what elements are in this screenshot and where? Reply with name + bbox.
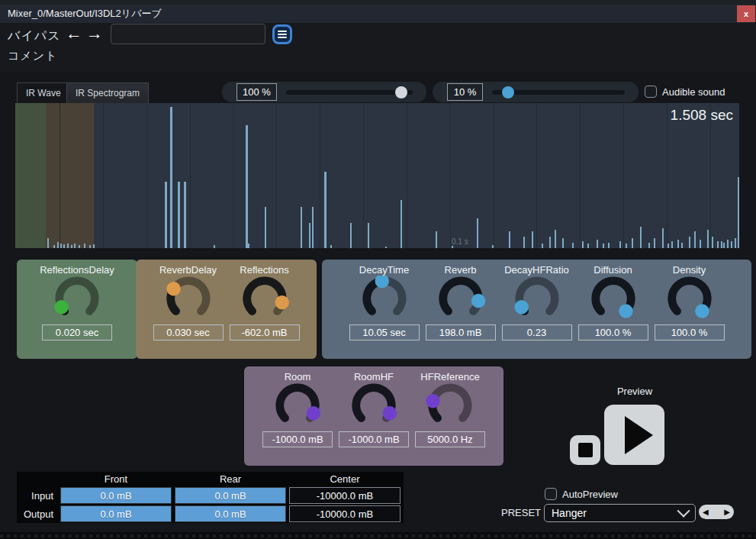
- waveform-spike: [587, 244, 589, 248]
- waveform-spike: [603, 244, 604, 248]
- io-level-cell[interactable]: 0.0 mB: [175, 487, 286, 504]
- audible-sound-option: Audible sound: [645, 86, 725, 98]
- knob-dial[interactable]: [344, 382, 404, 430]
- title-bar[interactable]: Mixer_0/MasterOut/I3DL2リバーブ: [0, 5, 756, 23]
- back-icon[interactable]: ←: [66, 24, 82, 44]
- zoom-slider-thumb[interactable]: [395, 86, 407, 98]
- prev-triangle-icon[interactable]: ◀: [703, 508, 709, 516]
- autopreview-checkbox[interactable]: [545, 488, 557, 500]
- waveform-spike: [350, 223, 352, 248]
- io-col-header: Front: [59, 472, 173, 486]
- audible-checkbox[interactable]: [645, 86, 657, 98]
- next-triangle-icon[interactable]: ▶: [724, 508, 730, 516]
- knob-value-box[interactable]: 198.0 mB: [426, 324, 496, 341]
- waveform-spike: [597, 240, 598, 248]
- knob-indicator-dot: [426, 394, 439, 408]
- knob-value-box[interactable]: 0.23: [502, 324, 572, 341]
- waveform-spike: [700, 240, 701, 248]
- knob-dial[interactable]: [431, 276, 491, 323]
- knob-indicator-dot: [275, 295, 288, 309]
- waveform-spike: [165, 182, 167, 248]
- waveform-spike: [248, 244, 249, 248]
- waveform-spike: [562, 238, 564, 248]
- waveform-spike: [619, 241, 621, 248]
- waveform-spike: [582, 241, 584, 248]
- gridline: [407, 103, 407, 248]
- knob-dial[interactable]: [47, 276, 107, 323]
- plugin-window: Mixer_0/MasterOut/I3DL2リバーブ x バイパス ← → コ…: [0, 0, 756, 539]
- ir-waveform-display[interactable]: 1.508 sec 0.1 s: [15, 103, 739, 248]
- knob-value-box[interactable]: 100.0 %: [655, 324, 725, 341]
- knob-diffusion: Diffusion100.0 %: [575, 264, 651, 359]
- room-panel: Room-1000.0 mBRoomHF-1000.0 mBHFReferenc…: [244, 366, 503, 466]
- waveform-spike: [385, 247, 387, 248]
- io-level-cell[interactable]: -10000.0 mB: [289, 505, 401, 522]
- speed-slider-track[interactable]: [492, 90, 625, 95]
- io-level-cell[interactable]: 0.0 mB: [60, 487, 172, 504]
- stop-button[interactable]: [570, 435, 600, 465]
- knob-dial[interactable]: [268, 382, 327, 430]
- knob-label: RoomHF: [354, 371, 394, 382]
- tab-ir-wave[interactable]: IR Wave: [17, 82, 70, 103]
- play-button[interactable]: [604, 405, 664, 465]
- waveform-spike: [677, 240, 679, 248]
- zoom-value-box[interactable]: 100 %: [236, 83, 277, 101]
- preview-label: Preview: [604, 386, 665, 397]
- knob-dial[interactable]: [660, 276, 719, 323]
- knob-value-box[interactable]: -1000.0 mB: [262, 431, 333, 447]
- menu-button[interactable]: [272, 24, 292, 44]
- knob-label: Reflections: [240, 264, 288, 276]
- gridline: [146, 103, 147, 248]
- waveform-spike: [626, 244, 627, 248]
- forward-icon[interactable]: →: [86, 24, 103, 44]
- knob-dial[interactable]: [507, 276, 567, 323]
- knob-dial[interactable]: [159, 276, 218, 323]
- waveform-spike: [53, 245, 55, 248]
- bypass-button[interactable]: バイパス: [8, 28, 61, 44]
- preset-label: PRESET: [501, 507, 541, 518]
- knob-dial[interactable]: [584, 276, 643, 323]
- background-window-clipped-text: [0, 534, 756, 537]
- close-button[interactable]: x: [737, 5, 755, 22]
- waveform-spike: [721, 241, 722, 248]
- gridline: [536, 103, 537, 248]
- knob-dial[interactable]: [420, 382, 480, 430]
- waveform-spike: [93, 244, 95, 248]
- gridline: [667, 103, 668, 248]
- knob-label: DecayHFRatio: [504, 264, 569, 276]
- speed-slider-thumb[interactable]: [502, 86, 514, 98]
- knob-reverbdelay: ReverbDelay0.030 sec: [150, 264, 227, 359]
- knob-label: ReflectionsDelay: [40, 264, 114, 276]
- knob-dial[interactable]: [355, 276, 414, 323]
- waveform-spike: [436, 231, 437, 248]
- io-level-cell[interactable]: 0.0 mB: [60, 505, 172, 522]
- comment-label[interactable]: コメント: [8, 49, 57, 63]
- gridline: [60, 103, 60, 248]
- zoom-slider-track[interactable]: [286, 90, 413, 95]
- knob-value-box[interactable]: 0.030 sec: [153, 324, 224, 341]
- knob-value-box[interactable]: 5000.0 Hz: [415, 431, 485, 447]
- knob-value-box[interactable]: -1000.0 mB: [339, 431, 409, 447]
- waveform-spike: [723, 243, 725, 248]
- knob-value-box[interactable]: 0.020 sec: [42, 324, 112, 341]
- knob-dial[interactable]: [235, 276, 294, 323]
- knob-decaytime: DecayTime10.05 sec: [346, 264, 423, 359]
- tab-ir-spectrogram[interactable]: IR Spectrogram: [66, 82, 149, 103]
- waveform-spike: [542, 244, 543, 248]
- knob-indicator-dot: [307, 406, 320, 420]
- gridline: [710, 103, 711, 248]
- io-level-cell[interactable]: 0.0 mB: [175, 505, 286, 522]
- waveform-spike: [452, 246, 453, 248]
- knob-value-box[interactable]: 10.05 sec: [349, 324, 420, 341]
- knob-value-box[interactable]: 100.0 %: [578, 324, 648, 341]
- waveform-spike: [731, 241, 732, 248]
- preset-name-input[interactable]: [111, 24, 265, 44]
- gridline: [623, 103, 624, 248]
- preset-prev-next: ◀ ▶: [699, 505, 734, 519]
- window-title: Mixer_0/MasterOut/I3DL2リバーブ: [8, 7, 162, 21]
- speed-value-box[interactable]: 10 %: [447, 83, 483, 101]
- preset-dropdown[interactable]: Hanger: [544, 504, 696, 522]
- knob-label: ReverbDelay: [159, 264, 217, 276]
- knob-value-box[interactable]: -602.0 mB: [230, 324, 300, 341]
- io-level-cell[interactable]: -10000.0 mB: [289, 487, 401, 504]
